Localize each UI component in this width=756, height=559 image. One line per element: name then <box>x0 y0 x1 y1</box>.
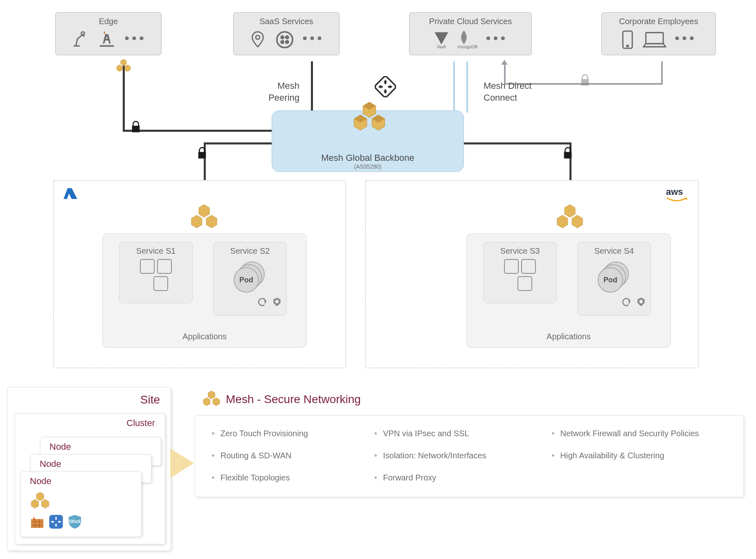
service-s1-box: Service S1 <box>119 242 193 303</box>
feature-item: Forward Proxy <box>374 472 535 483</box>
pod-stack-icon: Pod <box>598 261 630 294</box>
backbone-subtitle: (AS35280) <box>272 163 464 170</box>
laptop-icon <box>643 30 666 49</box>
more-icon: ••• <box>124 31 146 48</box>
mesh-cubes-icon <box>554 201 586 235</box>
svg-point-10 <box>275 300 279 304</box>
svg-point-5 <box>286 41 288 43</box>
svg-point-1 <box>277 32 292 47</box>
svg-point-7 <box>627 45 628 47</box>
svg-point-2 <box>281 36 284 38</box>
connector-line <box>453 61 455 113</box>
lock-icon <box>578 74 592 87</box>
mesh-cubes-icon <box>350 98 389 138</box>
svg-rect-8 <box>646 33 664 44</box>
shield-ddos-icon: DDoS <box>67 514 83 532</box>
sync-icon <box>621 297 632 309</box>
service-label: Service S3 <box>484 246 556 256</box>
feature-item: Flexible Topologies <box>212 472 358 483</box>
node-label: Node <box>31 455 151 469</box>
private-cloud-card: Private Cloud Services Vault mongoDB ••• <box>409 12 532 55</box>
connector-line <box>466 61 468 113</box>
svg-rect-12 <box>31 519 43 528</box>
node-label: Node <box>40 437 161 452</box>
edge-card: Edge ••• <box>55 12 162 55</box>
mesh-direct-connect-label: Mesh Direct Connect <box>484 80 531 104</box>
service-s3-box: Service S3 <box>483 242 557 303</box>
backbone-title: Mesh Global Backbone <box>272 153 464 163</box>
router-icon <box>375 76 396 99</box>
mesh-cubes-icon <box>201 389 222 411</box>
arrowhead-icon <box>501 60 508 65</box>
service-s4-box: Service S4 Pod <box>577 242 651 316</box>
cluster-label: Cluster <box>15 414 165 428</box>
aws-icon: aws <box>666 187 687 202</box>
robot-arm-icon <box>70 30 89 49</box>
aws-apps-panel: Service S3 Service S4 Pod Applications <box>466 233 671 348</box>
node-label: Node <box>21 472 141 487</box>
connector-line <box>462 142 571 144</box>
svg-point-11 <box>639 300 643 304</box>
more-icon: ••• <box>486 31 508 48</box>
node-card-front: Node DDoS <box>20 471 142 537</box>
connector-line <box>204 142 273 144</box>
saas-card: SaaS Services ••• <box>233 12 340 55</box>
azure-apps-panel: Service S1 Service S2 Pod Applications <box>102 233 307 348</box>
svg-point-4 <box>281 41 284 43</box>
lock-icon <box>561 147 574 160</box>
replicas-icon <box>495 259 544 291</box>
corporate-employees-card: Corporate Employees ••• <box>601 12 716 55</box>
mesh-cubes-icon <box>29 490 51 514</box>
oil-rig-icon <box>97 30 116 49</box>
phone-icon <box>621 30 634 49</box>
applications-label: Applications <box>467 332 670 341</box>
edge-title: Edge <box>63 17 154 26</box>
connector-line <box>661 61 663 84</box>
arrow-pointer-icon <box>170 449 194 478</box>
lock-icon <box>129 120 142 133</box>
feature-item: Routing & SD-WAN <box>212 450 358 461</box>
pod-stack-icon: Pod <box>234 261 266 294</box>
corporate-employees-title: Corporate Employees <box>609 17 708 26</box>
replicas-icon <box>131 259 180 291</box>
mesh-cubes-icon <box>115 57 132 76</box>
features-title: Mesh - Secure Networking <box>226 393 361 406</box>
feature-item: Network Firewall and Security Policies <box>551 428 727 439</box>
service-label: Service S4 <box>578 246 650 256</box>
map-pin-icon <box>248 30 267 49</box>
azure-icon <box>62 187 79 203</box>
mongodb-icon: mongoDB <box>458 30 478 49</box>
service-label: Service S1 <box>119 246 192 256</box>
service-s2-box: Service S2 Pod <box>213 242 287 316</box>
svg-text:DDoS: DDoS <box>69 519 81 524</box>
site-label: Site <box>8 388 171 406</box>
features-panel: Zero Touch Provisioning VPN via IPsec an… <box>195 415 744 497</box>
firewall-icon <box>29 514 45 532</box>
router-icon <box>48 514 64 532</box>
mesh-cubes-icon <box>188 201 220 235</box>
connector-line <box>123 130 273 132</box>
mesh-peering-label: Mesh Peering <box>250 80 299 104</box>
applications-label: Applications <box>103 332 306 341</box>
service-label: Service S2 <box>214 246 286 256</box>
svg-rect-9 <box>375 76 396 97</box>
connector-line <box>311 61 313 113</box>
more-icon: ••• <box>302 31 324 48</box>
sync-icon <box>257 297 268 309</box>
saas-title: SaaS Services <box>241 17 332 26</box>
feature-item: High Availability & Clustering <box>551 450 727 461</box>
svg-point-0 <box>256 35 260 39</box>
feature-item: VPN via IPsec and SSL <box>374 428 535 439</box>
twilio-icon <box>275 30 294 49</box>
private-cloud-title: Private Cloud Services <box>417 17 524 26</box>
kubernetes-icon <box>636 297 646 309</box>
feature-item: Isolation: Network/Interfaces <box>374 450 535 461</box>
kubernetes-icon <box>272 297 282 309</box>
svg-point-3 <box>286 36 288 38</box>
vault-icon: Vault <box>433 31 450 49</box>
lock-icon <box>196 147 209 160</box>
more-icon: ••• <box>675 31 697 48</box>
feature-item: Zero Touch Provisioning <box>212 428 358 439</box>
